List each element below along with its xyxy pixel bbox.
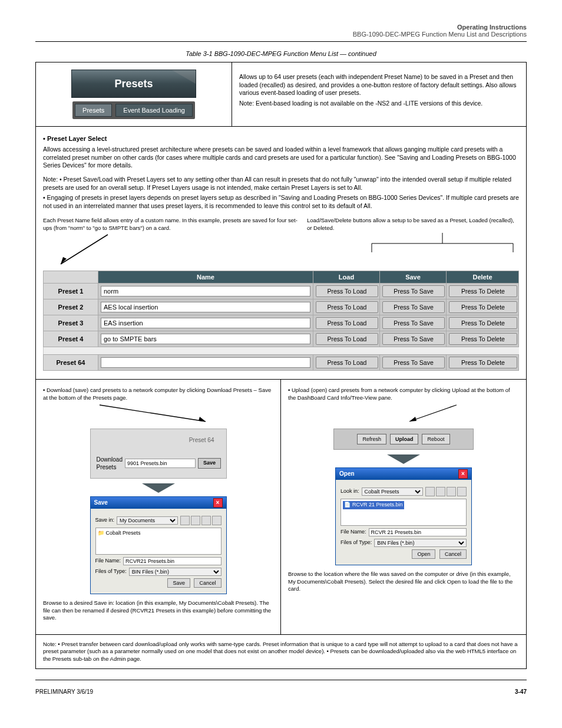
toolbar-icon[interactable] [436, 487, 445, 496]
press-to-delete-button[interactable]: Press To Delete [449, 357, 517, 368]
intro-note: Note: Event-based loading is not availab… [239, 100, 519, 108]
look-in-label: Look in: [340, 488, 359, 495]
refresh-button[interactable]: Refresh [357, 434, 386, 444]
preset-layer-title: • Preset Layer Select [43, 135, 519, 142]
tab-presets[interactable]: Presets [75, 104, 112, 117]
press-to-delete-button[interactable]: Press To Delete [449, 285, 517, 297]
filename-label: File Name: [340, 529, 366, 536]
upload-button[interactable]: Upload [390, 434, 419, 444]
upload-toolbar: Refresh Upload Reboot [333, 429, 474, 450]
download-bullet: • Download (save) card presets to a netw… [43, 387, 273, 401]
press-to-load-button[interactable]: Press To Load [316, 285, 378, 297]
close-icon[interactable]: × [213, 498, 223, 508]
table-row: Preset 4 Press To Load Press To Save Pre… [44, 331, 519, 347]
tab-event-based-loading[interactable]: Event Based Loading [115, 104, 193, 117]
header-rule [35, 41, 527, 42]
download-save-button[interactable]: Save [198, 458, 221, 469]
dialog-save-button[interactable]: Save [167, 578, 190, 588]
download-note: Browse to a desired Save in: location (i… [43, 599, 273, 621]
intro-text: Allows up to 64 user presets (each with … [239, 73, 519, 97]
note1: Note: • Preset Save/Load with Preset Lay… [43, 176, 519, 192]
main-table: Presets Presets Event Based Loading Allo… [35, 62, 527, 669]
save-dialog: Save × Save in: My Documents 📁 Cobalt Pr… [90, 496, 227, 594]
download-file-field[interactable] [125, 459, 196, 468]
final-note: Note: • Preset transfer between card dow… [36, 634, 526, 668]
open-dialog-title: Open [339, 470, 355, 477]
arrow-to-name-field [43, 232, 125, 267]
press-to-load-button[interactable]: Press To Load [316, 357, 378, 368]
preset-name-input[interactable] [101, 286, 310, 297]
triangle-down-icon [142, 483, 175, 493]
footer-page-number: 3-47 [515, 689, 527, 695]
file-listing[interactable]: 📄 RCVR 21 Presets.bin [340, 499, 467, 526]
triangle-down-icon [387, 454, 420, 464]
table-row: Preset 2 Press To Load Press To Save Pre… [44, 299, 519, 315]
press-to-delete-button[interactable]: Press To Delete [449, 317, 517, 329]
footer-revision: PRELIMINARY 3/6/19 [35, 689, 93, 695]
table-caption: Table 3-1 BBG-1090-DEC-MPEG Function Men… [35, 50, 527, 57]
svg-line-8 [409, 405, 457, 421]
callout-left: Each Preset Name field allows entry of a… [43, 217, 302, 232]
preset64-label: Preset 64 [97, 436, 214, 444]
download-panel: Preset 64 Download Presets Save [90, 429, 227, 479]
press-to-save-button[interactable]: Press To Save [382, 317, 445, 329]
save-in-label: Save in: [95, 517, 115, 524]
bracket-to-buttons [366, 232, 519, 255]
press-to-delete-button[interactable]: Press To Delete [449, 333, 517, 345]
save-in-select[interactable]: My Documents [117, 516, 177, 525]
svg-marker-7 [199, 417, 206, 421]
toolbar-icon[interactable] [201, 516, 211, 525]
header-doc-title: Operating Instructions [457, 24, 527, 31]
press-to-save-button[interactable]: Press To Save [382, 333, 445, 345]
presets-tabs: Presets Event Based Loading [72, 101, 195, 119]
toolbar-icon[interactable] [180, 516, 190, 525]
svg-marker-9 [409, 417, 416, 421]
filename-input[interactable] [123, 557, 221, 565]
preset-name-input[interactable] [101, 357, 310, 368]
upload-bullet: • Upload (open) card presets from a netw… [288, 387, 519, 401]
dialog-open-button[interactable]: Open [412, 549, 435, 559]
callout-right: Load/Save/Delete buttons allow a setup t… [307, 217, 519, 232]
footer-rule [35, 680, 527, 680]
filename-input[interactable] [369, 528, 467, 536]
save-dialog-title: Save [94, 499, 108, 506]
preset-name-input[interactable] [101, 302, 310, 312]
press-to-save-button[interactable]: Press To Save [382, 285, 445, 297]
col-name: Name [98, 271, 313, 284]
col-delete: Delete [447, 271, 519, 284]
toolbar-icon[interactable] [457, 487, 467, 496]
svg-line-6 [100, 405, 206, 421]
press-to-load-button[interactable]: Press To Load [316, 317, 378, 329]
press-to-load-button[interactable]: Press To Load [316, 301, 378, 313]
filename-label: File Name: [95, 558, 121, 565]
preset-name-input[interactable] [101, 318, 310, 328]
svg-line-0 [61, 235, 108, 264]
look-in-select[interactable]: Cobalt Presets [362, 487, 423, 496]
press-to-load-button[interactable]: Press To Load [316, 333, 378, 345]
toolbar-icon[interactable] [425, 487, 435, 496]
upload-note: Browse to the location where the file wa… [288, 571, 519, 592]
toolbar-icon[interactable] [191, 516, 200, 525]
table-row: Preset 64 Press To Load Press To Save Pr… [44, 355, 519, 371]
filetype-label: Files of Type: [340, 539, 372, 546]
filetype-select[interactable]: BIN Files (*.bin) [129, 568, 222, 576]
preset-table: Name Load Save Delete Preset 1 Press To … [43, 271, 519, 371]
filetype-select[interactable]: BIN Files (*.bin) [374, 539, 467, 547]
preset-layer-para: Allows accessing a level-structured pres… [43, 146, 519, 170]
press-to-save-button[interactable]: Press To Save [382, 301, 445, 313]
reboot-button[interactable]: Reboot [422, 434, 449, 444]
press-to-save-button[interactable]: Press To Save [382, 357, 445, 368]
note2: • Engaging of presets in preset layers d… [43, 194, 519, 210]
dialog-cancel-button[interactable]: Cancel [194, 578, 221, 588]
folder-listing[interactable]: 📁 Cobalt Presets [95, 528, 222, 555]
close-icon[interactable]: × [458, 469, 468, 479]
dialog-cancel-button[interactable]: Cancel [439, 549, 467, 559]
presets-badge: Presets [71, 70, 196, 98]
toolbar-icon[interactable] [212, 516, 222, 525]
arrow-to-upload-btn [339, 401, 468, 424]
arrow-to-save-btn [94, 401, 223, 424]
press-to-delete-button[interactable]: Press To Delete [449, 301, 517, 313]
filetype-label: Files of Type: [95, 568, 127, 575]
toolbar-icon[interactable] [447, 487, 456, 496]
preset-name-input[interactable] [101, 334, 310, 344]
